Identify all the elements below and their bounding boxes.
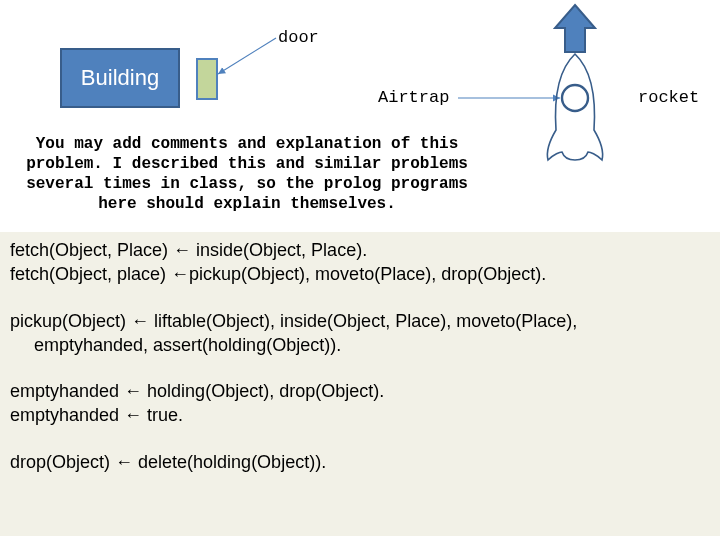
comment-text: You may add comments and explanation of … (12, 132, 482, 216)
code-line: drop(Object) ← delete(holding(Object)). (10, 450, 710, 474)
code-line: fetch(Object, place) ←pickup(Object), mo… (10, 262, 710, 286)
airtrap-circle-icon (562, 85, 588, 111)
building-box: Building (60, 48, 180, 108)
code-line: emptyhanded, assert(holding(Object)). (10, 333, 710, 357)
door-label: door (278, 28, 319, 47)
code-line: emptyhanded ← true. (10, 403, 710, 427)
code-line: pickup(Object) ← liftable(Object), insid… (10, 309, 710, 333)
svg-line-0 (218, 38, 276, 74)
rocket-icon (520, 0, 630, 170)
code-line: emptyhanded ← holding(Object), drop(Obje… (10, 379, 710, 403)
svg-marker-2 (555, 5, 595, 52)
building-label: Building (81, 65, 159, 91)
door-arrow-icon (210, 36, 280, 86)
code-line: fetch(Object, Place) ← inside(Object, Pl… (10, 238, 710, 262)
prolog-code-area: fetch(Object, Place) ← inside(Object, Pl… (0, 232, 720, 536)
airtrap-label: Airtrap (378, 88, 449, 107)
diagram-area: Building door Airtrap rocket You may add… (0, 0, 720, 230)
rocket-label: rocket (638, 88, 699, 107)
